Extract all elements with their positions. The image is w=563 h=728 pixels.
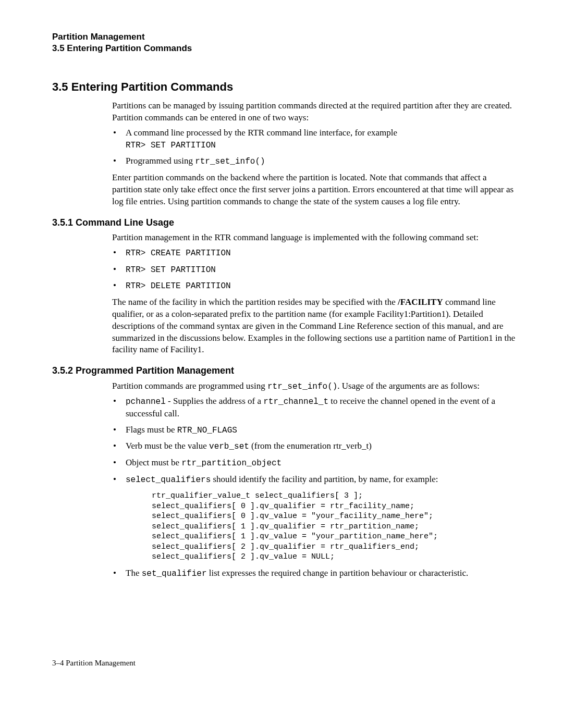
arg-setq-b: list expresses the required change in pa…	[207, 568, 469, 578]
way-programmed-code: rtr_set_info()	[195, 157, 265, 166]
arg-sq-a: should identify the facility and partiti…	[211, 474, 438, 484]
arg-select-qualifiers: select_qualifiers should identify the fa…	[112, 474, 516, 562]
header-line1: Partition Management	[52, 31, 516, 43]
way-programmed: Programmed using rtr_set_info()	[112, 155, 516, 168]
arg-verb: Verb must be the value verb_set (from th…	[112, 440, 516, 453]
cmd-set: RTR> SET PARTITION	[112, 264, 516, 276]
arg-verb-a: Verb must be the value	[126, 441, 209, 451]
after-paragraph: Enter partition commands on the backend …	[112, 172, 516, 208]
arg-pchannel: pchannel - Supplies the address of a rtr…	[112, 396, 516, 420]
page-footer: 3–4 Partition Management	[52, 658, 516, 668]
way-programmed-text: Programmed using	[126, 156, 195, 166]
prog-intro-a: Partition commands are programmed using	[112, 381, 267, 391]
way-cmdline-code: RTR> SET PARTITION	[126, 141, 216, 150]
cli-facility-paragraph: The name of the facility in which the pa…	[112, 297, 516, 356]
section-title-3-5: 3.5 Entering Partition Commands	[52, 79, 516, 95]
way-cmdline-text: A command line processed by the RTR comm…	[126, 128, 397, 138]
arg-pchannel-code2: rtr_channel_t	[263, 397, 328, 406]
section-title-3-5-2: 3.5.2 Programmed Partition Management	[52, 364, 516, 377]
facility-qualifier: /FACILITY	[398, 297, 443, 307]
section-3-5-body: Partitions can be managed by issuing par…	[112, 100, 516, 208]
arg-setq-a: The	[126, 568, 142, 578]
arg-set-qualifier: The set_qualifier list expresses the req…	[112, 567, 516, 580]
page-number: 3–4	[52, 659, 64, 667]
arg-object-a: Object must be	[126, 458, 181, 467]
arg-pchannel-code1: pchannel	[126, 397, 166, 406]
section-3-5-1-body: Partition management in the RTR command …	[112, 232, 516, 356]
cmd-delete: RTR> DELETE PARTITION	[112, 280, 516, 292]
arg-setq-code: set_qualifier	[142, 569, 207, 578]
cmd-create-code: RTR> CREATE PARTITION	[126, 249, 231, 258]
section-3-5-2-body: Partition commands are programmed using …	[112, 380, 516, 580]
arg-sq-code: select_qualifiers	[126, 475, 211, 485]
intro-paragraph: Partitions can be managed by issuing par…	[112, 100, 516, 124]
ways-list: A command line processed by the RTR comm…	[112, 127, 516, 168]
arg-flags-a: Flags must be	[126, 425, 177, 435]
footer-chapter: Partition Management	[64, 659, 136, 667]
cli-p2a: The name of the facility in which the pa…	[112, 297, 398, 307]
arg-flags: Flags must be RTR_NO_FLAGS	[112, 424, 516, 437]
cmd-create: RTR> CREATE PARTITION	[112, 247, 516, 260]
arg-pchannel-a: - Supplies the address of a	[166, 396, 263, 406]
command-list: RTR> CREATE PARTITION RTR> SET PARTITION…	[112, 247, 516, 292]
way-cmdline: A command line processed by the RTR comm…	[112, 127, 516, 152]
section-title-3-5-1: 3.5.1 Command Line Usage	[52, 216, 516, 229]
code-example: rtr_qualifier_value_t select_qualifiers[…	[152, 491, 516, 562]
args-list: pchannel - Supplies the address of a rtr…	[112, 396, 516, 579]
cmd-delete-code: RTR> DELETE PARTITION	[126, 281, 231, 291]
arg-flags-code: RTR_NO_FLAGS	[177, 426, 237, 435]
prog-intro-b: . Usage of the arguments are as follows:	[337, 381, 480, 391]
arg-verb-code: verb_set	[209, 442, 249, 451]
header-line2: 3.5 Entering Partition Commands	[52, 43, 516, 54]
page-header: Partition Management 3.5 Entering Partit…	[52, 31, 516, 54]
cli-intro: Partition management in the RTR command …	[112, 232, 516, 244]
prog-intro: Partition commands are programmed using …	[112, 380, 516, 393]
arg-object-code: rtr_partition_object	[181, 459, 282, 468]
arg-object: Object must be rtr_partition_object	[112, 457, 516, 470]
prog-intro-code: rtr_set_info()	[267, 382, 337, 391]
cmd-set-code: RTR> SET PARTITION	[126, 265, 216, 275]
arg-verb-b: (from the enumeration rtr_verb_t)	[249, 441, 372, 451]
